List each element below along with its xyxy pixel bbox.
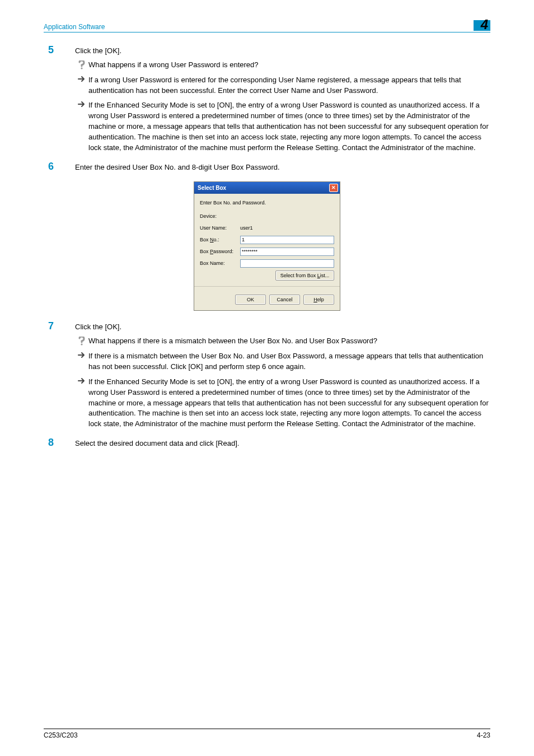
step-number: 8: [44, 437, 75, 447]
page-header: Application Software 4: [44, 20, 490, 32]
svg-point-1: [81, 344, 82, 346]
step-7: 7 Click the [OK]. What happens if there …: [44, 321, 490, 434]
value-user-name: user1: [240, 225, 334, 231]
page-footer: C253/C203 4-23: [44, 729, 490, 739]
select-box-dialog: Select Box ✕ Enter Box No. and Password.…: [194, 181, 340, 311]
step-text: Select the desired document data and cli…: [75, 437, 490, 449]
arrow-icon: [75, 377, 88, 384]
answer-text: If the Enhanced Security Mode is set to …: [88, 377, 490, 430]
svg-point-0: [81, 67, 82, 69]
label-user-name: User Name:: [200, 225, 240, 231]
close-icon[interactable]: ✕: [329, 184, 338, 192]
divider: [194, 286, 340, 287]
arrow-icon: [75, 75, 88, 82]
footer-left: C253/C203: [44, 731, 78, 739]
label-box-no: Box No.:: [200, 237, 240, 242]
question-icon: [75, 336, 88, 346]
label-box-password: Box Password:: [200, 249, 240, 254]
step-number: 7: [44, 321, 75, 331]
label-device: Device:: [200, 213, 240, 219]
ok-button[interactable]: OK: [235, 295, 266, 305]
cancel-button[interactable]: Cancel: [269, 295, 300, 305]
select-from-box-list-button[interactable]: Select from Box List...: [275, 270, 334, 281]
step-text: Enter the desired User Box No. and 8-dig…: [75, 161, 490, 173]
step-6: 6 Enter the desired User Box No. and 8-d…: [44, 161, 490, 176]
arrow-icon: [75, 351, 88, 358]
dialog-titlebar: Select Box ✕: [194, 182, 340, 194]
step-text: Click the [OK].: [75, 45, 490, 57]
box-password-input[interactable]: [240, 248, 334, 256]
section-title: Application Software: [44, 23, 105, 31]
box-name-input[interactable]: [240, 259, 334, 268]
footer-right: 4-23: [477, 731, 490, 739]
step-number: 6: [44, 161, 75, 171]
answer-text: If there is a mismatch between the User …: [88, 351, 490, 372]
step-text: Click the [OK].: [75, 321, 490, 333]
help-button[interactable]: Help: [303, 295, 334, 305]
arrow-icon: [75, 100, 88, 108]
answer-text: If the Enhanced Security Mode is set to …: [88, 100, 490, 153]
step-5: 5 Click the [OK]. What happens if a wron…: [44, 45, 490, 158]
label-box-name: Box Name:: [200, 260, 240, 266]
question-icon: [75, 60, 88, 69]
chapter-badge: 4: [474, 20, 490, 31]
question-text: What happens if there is a mismatch betw…: [88, 336, 490, 347]
chapter-number: 4: [481, 17, 488, 32]
question-text: What happens if a wrong User Password is…: [88, 60, 490, 71]
dialog-intro: Enter Box No. and Password.: [200, 200, 266, 206]
answer-text: If a wrong User Password is entered for …: [88, 75, 490, 96]
step-8: 8 Select the desired document data and c…: [44, 437, 490, 452]
dialog-title: Select Box: [198, 185, 226, 191]
step-number: 5: [44, 45, 75, 55]
box-no-input[interactable]: [240, 236, 334, 244]
